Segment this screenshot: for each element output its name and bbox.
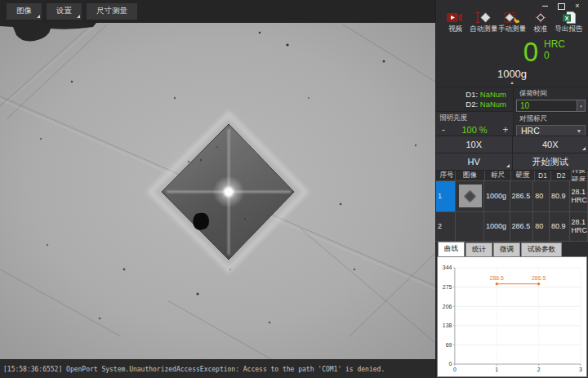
hardness-value: 0 xyxy=(523,38,538,67)
col-hardness: 硬度 xyxy=(511,171,535,181)
svg-text:206: 206 xyxy=(443,304,452,309)
row-scale: 1000g xyxy=(484,181,510,212)
table-row[interactable]: 1 1000g 286.5 80 80.9 28.1 HRC xyxy=(436,181,588,212)
results-header: 序号 图像 标尺 硬度 D1 D2 转换硬度 xyxy=(436,171,588,181)
row-scale: 1000g xyxy=(484,212,510,242)
status-message: [15:58:36:6552] OpenPort System.Unauthor… xyxy=(3,366,385,373)
tab-curve[interactable]: 曲线 xyxy=(438,242,465,256)
svg-text:3: 3 xyxy=(579,367,582,372)
main-toolbar: 视频 自动测量 xyxy=(436,11,588,38)
window-controls: × xyxy=(436,0,588,11)
svg-text:1: 1 xyxy=(495,367,498,372)
hardness-converted: 0 xyxy=(544,51,565,62)
table-row[interactable]: 2 1000g 286.5 80 80.9 28.1 HRC xyxy=(436,212,588,242)
calibrate-icon xyxy=(533,11,548,24)
auto-measure-icon xyxy=(474,11,492,24)
action-row: HV 开始测试 xyxy=(436,153,588,170)
d1-value: NaNum xyxy=(480,90,506,99)
tab-test-params[interactable]: 试验参数 xyxy=(521,242,562,256)
close-button[interactable]: × xyxy=(573,2,581,10)
inclusion-spot xyxy=(193,213,209,230)
mode-hv-button[interactable]: HV xyxy=(436,153,512,170)
microscope-image[interactable] xyxy=(0,23,435,359)
reference-scale-control: 对照标尺 HRC ▼ xyxy=(514,112,588,136)
row-hardness: 286.5 xyxy=(510,212,534,242)
magnification-row: 10X 40X xyxy=(436,136,588,153)
test-force-selector[interactable]: 1000g ▴ xyxy=(436,69,588,87)
row-d1: 80 xyxy=(533,181,550,212)
minimize-button[interactable] xyxy=(541,2,549,10)
col-image: 图像 xyxy=(456,171,485,181)
video-button[interactable]: 视频 xyxy=(441,11,470,38)
reference-scale-select[interactable]: HRC ▼ xyxy=(516,125,586,136)
d1-label: D1: xyxy=(466,90,478,99)
dwell-time-value: 10 xyxy=(517,100,577,111)
chart-tabbar: 曲线 统计 微调 试验参数 xyxy=(436,242,588,256)
svg-text:138: 138 xyxy=(443,322,452,328)
row-converted: 28.1 HRC xyxy=(570,212,588,242)
view-tabbar: 图像 设置 尺寸测量 xyxy=(0,0,435,23)
col-d1: D1 xyxy=(535,171,551,181)
mag-10x-button[interactable]: 10X xyxy=(436,136,512,153)
col-d2: D2 xyxy=(551,171,572,181)
tab-image[interactable]: 图像 xyxy=(7,3,42,20)
curve-chart-svg: 0691382062753440123286.5286.5 xyxy=(438,257,586,376)
export-report-button[interactable]: X 导出报告 xyxy=(555,11,583,38)
brightness-label: 照明亮度 xyxy=(436,112,513,124)
diagonal-values: D1: NaNum D2: NaNum xyxy=(436,87,513,111)
col-scale: 标尺 xyxy=(485,171,511,181)
svg-text:286.5: 286.5 xyxy=(532,275,546,281)
brightness-value: 100 % xyxy=(451,125,498,135)
right-panel: × 视频 xyxy=(435,0,588,378)
row-d1: 80 xyxy=(533,212,550,242)
auto-measure-button[interactable]: 自动测量 xyxy=(470,11,498,38)
svg-text:0: 0 xyxy=(449,361,452,367)
hardness-scale: HRC xyxy=(544,39,565,51)
tab-settings[interactable]: 设置 xyxy=(47,3,82,20)
brightness-minus-button[interactable]: - xyxy=(436,124,451,136)
row-no: 2 xyxy=(436,212,456,242)
svg-text:69: 69 xyxy=(446,342,452,348)
dropdown-up-icon: ▴ xyxy=(510,80,513,85)
dwell-time-input[interactable]: 10 ▾ xyxy=(516,100,586,112)
tab-dimension-measure[interactable]: 尺寸测量 xyxy=(87,3,137,20)
spinner-icon[interactable]: ▾ xyxy=(577,100,585,111)
calibrate-button[interactable]: 校准 xyxy=(526,11,555,38)
toolbar-label: 导出报告 xyxy=(555,24,583,34)
tab-fine-tune[interactable]: 微调 xyxy=(493,242,520,256)
start-test-button[interactable]: 开始测试 xyxy=(512,153,588,170)
manual-measure-icon xyxy=(503,11,521,24)
dwell-time-control: 保荷时间 10 ▾ xyxy=(514,87,588,112)
tab-statistics[interactable]: 统计 xyxy=(466,242,492,256)
row-thumbnail[interactable] xyxy=(456,181,484,212)
chart-panel: 曲线 统计 微调 试验参数 0691382062753440123286.528… xyxy=(436,242,588,378)
svg-text:286.5: 286.5 xyxy=(490,275,505,281)
parameter-section: D1: NaNum D2: NaNum 照明亮度 - 100 % + 保荷时间 xyxy=(436,87,588,136)
col-no: 序号 xyxy=(436,171,456,181)
left-column: 图像 设置 尺寸测量 xyxy=(0,0,435,378)
maximize-button[interactable] xyxy=(557,2,565,10)
chevron-down-icon: ▼ xyxy=(573,128,585,134)
test-force-value: 1000g xyxy=(497,69,527,80)
row-thumbnail[interactable] xyxy=(456,212,484,242)
row-d2: 80.9 xyxy=(550,181,570,212)
hardness-tester-app: 图像 设置 尺寸测量 xyxy=(0,0,588,378)
brightness-control: 照明亮度 - 100 % + xyxy=(436,111,513,136)
mag-40x-button[interactable]: 40X xyxy=(512,136,588,153)
hardness-curve-chart[interactable]: 0691382062753440123286.5286.5 xyxy=(437,256,587,377)
toolbar-label: 校准 xyxy=(533,24,547,34)
reference-scale-value: HRC xyxy=(517,126,573,136)
status-bar: [15:58:36:6552] OpenPort System.Unauthor… xyxy=(0,359,435,378)
svg-text:275: 275 xyxy=(443,284,452,290)
manual-measure-button[interactable]: 手动测量 xyxy=(498,11,527,38)
row-no: 1 xyxy=(436,181,456,212)
svg-text:2: 2 xyxy=(537,367,541,372)
row-d2: 80.9 xyxy=(550,212,570,242)
microscope-indentation-view xyxy=(0,23,435,359)
video-icon xyxy=(446,11,464,24)
dwell-time-label: 保荷时间 xyxy=(516,87,586,100)
brightness-plus-button[interactable]: + xyxy=(498,124,513,136)
toolbar-label: 自动测量 xyxy=(470,24,497,34)
svg-text:X: X xyxy=(564,15,568,22)
row-hardness: 286.5 xyxy=(510,181,534,212)
